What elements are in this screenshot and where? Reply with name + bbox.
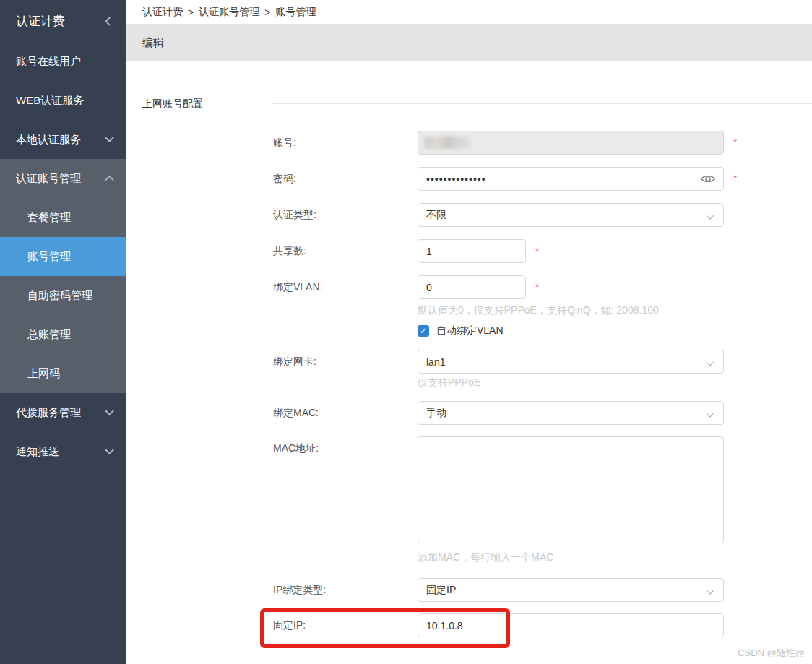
share-count-label: 共享数: [273,239,418,263]
watermark: CSDN @随性@ [738,647,805,660]
chevron-down-icon [105,445,114,454]
password-label: 密码: [273,167,418,191]
sidebar-item-label: WEB认证服务 [16,94,84,108]
form-row-bind-mac: 绑定MAC: 手动 [126,401,812,425]
page-title-bar: 编辑 [126,24,812,61]
account-label: 账号: [273,131,418,155]
app-title: 认证计费 [16,13,65,30]
bind-vlan-label: 绑定VLAN: [273,275,418,337]
form-row-ip-bind-type: IP绑定类型: 固定IP [126,578,812,602]
form-row-account: 账号: * [126,131,812,155]
sidebar-title[interactable]: 认证计费 [0,0,126,42]
sidebar-item-label: 账号在线用户 [16,55,81,69]
mac-address-textarea[interactable] [418,436,724,543]
sidebar-item-dialing-service[interactable]: 代拨服务管理 [0,393,126,432]
breadcrumb-separator: > [264,7,270,18]
chevron-down-icon [706,211,714,219]
breadcrumb-item[interactable]: 认证账号管理 [199,6,259,19]
ip-bind-type-value: 固定IP [426,584,456,597]
chevron-down-icon [706,358,714,366]
fixed-ip-field[interactable] [418,613,724,637]
sidebar: 认证计费 账号在线用户 WEB认证服务 本地认证服务 认证账号管理 套餐管理 账… [0,0,126,664]
sidebar-subitem-account-mgmt[interactable]: 账号管理 [0,237,126,276]
form-row-bind-nic: 绑定网卡: lan1 仅支持PPPoE [126,350,812,389]
breadcrumb-item[interactable]: 认证计费 [142,6,183,19]
sidebar-item-label: 通知推送 [16,445,59,459]
bind-vlan-hint: 默认值为0，仅支持PPPoE，支持QinQ，如: 2008.100 [418,304,740,316]
redacted-account-value [424,137,470,149]
form-row-mac-address: MAC地址: 添加MAC，每行输入一个MAC [126,436,812,564]
breadcrumb-item[interactable]: 账号管理 [275,6,316,19]
account-field [418,131,724,155]
sidebar-subitem-label: 上网码 [27,367,60,381]
sidebar-subitem-label: 总账管理 [27,328,71,342]
sidebar-subitem-label: 自助密码管理 [27,289,92,303]
section-divider [272,103,812,104]
sidebar-subitem-label: 账号管理 [27,250,71,264]
bind-mac-label: 绑定MAC: [273,401,418,425]
form-row-password: 密码: * [126,167,812,191]
sidebar-item-label: 代拨服务管理 [16,406,81,420]
required-marker: * [733,131,737,155]
bind-nic-hint: 仅支持PPPoE [418,376,740,389]
fixed-ip-label: 固定IP: [273,613,418,637]
bind-nic-value: lan1 [426,356,445,368]
sidebar-group-auth-accounts: 认证账号管理 套餐管理 账号管理 自助密码管理 总账管理 上网码 [0,159,126,393]
bind-vlan-field[interactable] [418,275,526,299]
eye-icon[interactable] [700,173,716,185]
sidebar-subitem-internet-code[interactable]: 上网码 [0,354,126,393]
sidebar-item-online-users[interactable]: 账号在线用户 [0,42,126,81]
ip-bind-type-select[interactable]: 固定IP [418,578,724,602]
ip-bind-type-label: IP绑定类型: [273,578,418,602]
breadcrumb: 认证计费 > 认证账号管理 > 账号管理 [126,0,812,24]
chevron-left-icon[interactable] [105,17,114,26]
form-row-bind-vlan: 绑定VLAN: * 默认值为0，仅支持PPPoE，支持QinQ，如: 2008.… [126,275,812,337]
form-row-share-count: 共享数: * [126,239,812,263]
required-marker: * [535,239,539,263]
section-title: 上网账号配置 [142,98,272,111]
mac-address-label: MAC地址: [273,436,418,564]
chevron-up-icon [105,175,114,184]
sidebar-subitem-package-mgmt[interactable]: 套餐管理 [0,198,126,237]
sidebar-item-label: 本地认证服务 [16,133,81,147]
sidebar-item-local-auth[interactable]: 本地认证服务 [0,120,126,159]
password-field[interactable] [418,167,724,191]
auth-type-value: 不限 [426,209,446,222]
sidebar-subitem-ledger-mgmt[interactable]: 总账管理 [0,315,126,354]
bind-mac-value: 手动 [426,407,446,420]
sidebar-subitem-selfservice-password[interactable]: 自助密码管理 [0,276,126,315]
auth-type-select[interactable]: 不限 [418,203,724,227]
bind-nic-label: 绑定网卡: [273,350,418,389]
mac-address-hint: 添加MAC，每行输入一个MAC [418,551,740,564]
bind-nic-select[interactable]: lan1 [418,350,724,374]
chevron-down-icon [706,409,714,417]
account-config-form: 账号: * 密码: [126,131,812,637]
sidebar-item-web-auth[interactable]: WEB认证服务 [0,81,126,120]
chevron-down-icon [105,406,114,415]
form-row-fixed-ip: 固定IP: [126,613,812,637]
sidebar-item-notification-push[interactable]: 通知推送 [0,432,126,471]
share-count-field[interactable] [418,239,526,263]
required-marker: * [535,275,539,299]
chevron-down-icon [105,133,114,142]
form-row-auth-type: 认证类型: 不限 [126,203,812,227]
required-marker: * [733,167,737,191]
chevron-down-icon [706,586,714,594]
auto-bind-vlan-checkbox[interactable]: ✓ [418,325,429,337]
auto-bind-vlan-label: 自动绑定VLAN [436,324,504,337]
sidebar-item-auth-account-mgmt[interactable]: 认证账号管理 [0,159,126,198]
main-content: 认证计费 > 认证账号管理 > 账号管理 编辑 上网账号配置 账号: * [126,0,812,664]
sidebar-subitem-label: 套餐管理 [27,211,71,225]
auth-type-label: 认证类型: [273,203,418,227]
page-title: 编辑 [142,36,164,50]
sidebar-item-label: 认证账号管理 [16,172,81,186]
bind-mac-select[interactable]: 手动 [418,401,724,425]
breadcrumb-separator: > [188,7,194,18]
section-header: 上网账号配置 [126,96,812,111]
